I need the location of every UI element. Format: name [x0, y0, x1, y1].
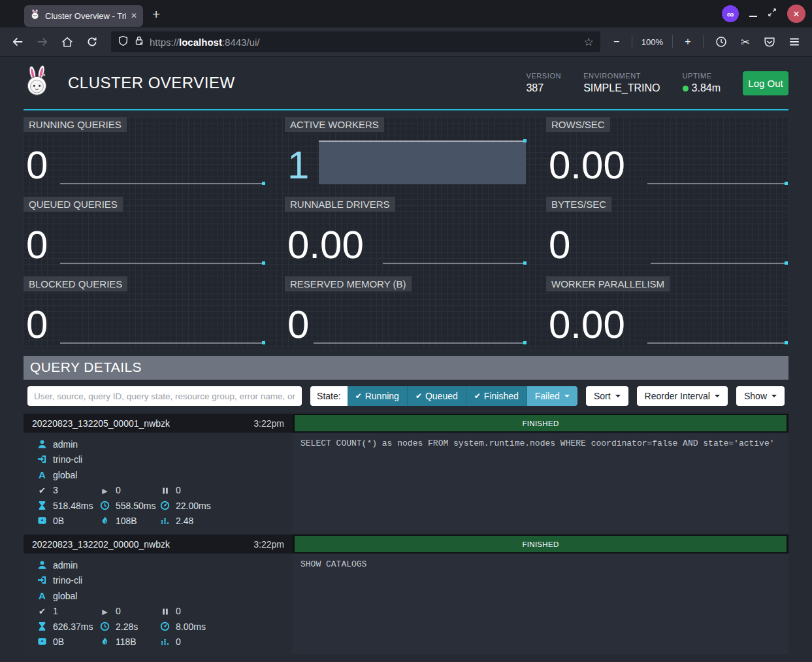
sparkline: [60, 342, 265, 344]
tile-queued-queries: QUEUED QUERIES 0: [24, 197, 266, 269]
current-memory-scale-icon: [37, 635, 48, 650]
queued-splits-icon: [159, 483, 171, 498]
query-details-title: QUERY DETAILS: [24, 356, 788, 380]
chevron-down-icon: [564, 395, 570, 397]
refresh-button[interactable]: [82, 32, 102, 52]
source-login-icon: [37, 452, 48, 467]
browser-navbar: https://localhost:8443/ui/ ☆ − 100% + ✂: [0, 27, 812, 57]
chevron-down-icon: [715, 395, 720, 397]
elapsed-time-clock-icon: [99, 620, 110, 635]
chevron-down-icon: [615, 395, 621, 397]
window-minimize-button[interactable]: [749, 8, 757, 20]
resource-group-icon: A: [37, 467, 48, 482]
show-dropdown[interactable]: Show: [736, 386, 785, 406]
pocket-icon[interactable]: [760, 32, 779, 52]
history-clock-icon[interactable]: [711, 32, 731, 52]
version-stat: VERSION 387: [526, 72, 561, 94]
zoom-out-button[interactable]: −: [609, 36, 624, 48]
trino-logo: [24, 65, 51, 101]
sort-dropdown[interactable]: Sort: [586, 386, 628, 406]
running-splits-icon: ▶: [99, 484, 110, 499]
tile-blocked-queries: BLOCKED QUERIES 0: [24, 276, 266, 348]
uptime-status-dot: [683, 86, 689, 91]
completed-splits-icon: ✔: [37, 483, 48, 498]
browser-tab-bar: Cluster Overview - Trino ✕ + ∞ ✕: [0, 0, 812, 27]
state-queued-button[interactable]: ✔Queued: [408, 386, 466, 406]
parallelism-stats-icon: [159, 635, 171, 650]
tab-title: Cluster Overview - Trino: [45, 11, 126, 21]
tile-bytes-sec: BYTES/SEC 0: [546, 197, 788, 269]
sparkline: [647, 183, 787, 184]
query-details-section: QUERY DETAILS State: ✔Running ✔Queued ✔F…: [24, 356, 788, 654]
state-running-button[interactable]: ✔Running: [348, 386, 408, 406]
query-id-link[interactable]: 20220823_132205_00001_nwbzk: [32, 418, 170, 429]
new-tab-button[interactable]: +: [152, 7, 160, 21]
check-icon: ✔: [415, 391, 422, 401]
sparkline: [383, 263, 526, 264]
forward-button[interactable]: [33, 32, 52, 52]
tile-active-workers: ACTIVE WORKERS 1: [285, 117, 527, 189]
menu-hamburger-icon[interactable]: [785, 32, 804, 52]
uptime-stat: UPTIME 3.84m: [683, 72, 721, 94]
page-header: CLUSTER OVERVIEW VERSION 387 ENVIRONMENT…: [24, 57, 788, 110]
zoom-in-button[interactable]: +: [681, 36, 695, 48]
tab-close-icon[interactable]: ✕: [131, 11, 137, 20]
query-row: 20220823_132205_00001_nwbzk 3:22pm FINIS…: [24, 414, 788, 533]
resource-group-icon: A: [37, 588, 48, 603]
query-time: 3:22pm: [253, 539, 284, 550]
reorder-interval-dropdown[interactable]: Reorder Interval: [637, 386, 728, 406]
home-button[interactable]: [57, 32, 77, 52]
query-search-input[interactable]: [27, 386, 302, 406]
state-filter-label: State:: [310, 386, 348, 406]
back-button[interactable]: [8, 32, 27, 52]
sparkline: [647, 342, 787, 344]
tile-worker-parallelism: WORKER PARALLELISM 0.00: [546, 276, 788, 348]
window-maximize-button[interactable]: [768, 8, 777, 20]
chevron-down-icon: [771, 395, 777, 397]
user-icon: [37, 558, 48, 573]
sparkline: [60, 263, 265, 264]
cumulative-memory-flame-icon: [99, 635, 110, 650]
shield-icon[interactable]: [118, 35, 129, 49]
cumulative-memory-flame-icon: [99, 514, 110, 529]
logout-button[interactable]: Log Out: [743, 71, 788, 95]
query-filter-toolbar: State: ✔Running ✔Queued ✔Finished Failed…: [24, 380, 788, 412]
trino-favicon: [30, 9, 41, 22]
zoom-level[interactable]: 100%: [640, 37, 664, 47]
queued-time-hourglass-icon: [37, 499, 48, 514]
current-memory-scale-icon: [37, 514, 48, 529]
tile-runnable-drivers: RUNNABLE DRIVERS 0.00: [285, 197, 527, 269]
window-close-button[interactable]: ✕: [787, 5, 805, 23]
query-sql-text: SELECT COUNT(*) as nodes FROM system.run…: [293, 433, 788, 533]
tile-rows-sec: ROWS/SEC 0.00: [546, 117, 788, 189]
lock-warning-icon[interactable]: [134, 35, 144, 48]
sparkline: [60, 183, 265, 184]
query-status-bar: FINISHED: [295, 415, 787, 431]
running-splits-icon: ▶: [99, 604, 110, 620]
tile-running-queries: RUNNING QUERIES 0: [24, 117, 266, 189]
cluster-stats-grid: RUNNING QUERIES 0 ACTIVE WORKERS 1 ROWS/…: [24, 117, 788, 348]
parallelism-stats-icon: [159, 514, 171, 529]
query-time: 3:22pm: [253, 418, 284, 429]
queued-time-hourglass-icon: [37, 620, 48, 635]
state-finished-button[interactable]: ✔Finished: [466, 386, 527, 406]
cpu-time-gauge-icon: [159, 499, 171, 514]
cpu-time-gauge-icon: [159, 620, 171, 635]
tile-reserved-memory: RESERVED MEMORY (B) 0: [285, 276, 527, 348]
query-id-link[interactable]: 20220823_132202_00000_nwbzk: [32, 539, 170, 550]
browser-tab[interactable]: Cluster Overview - Trino ✕: [24, 5, 143, 27]
check-icon: ✔: [474, 391, 481, 401]
sparkline: [651, 263, 787, 264]
environment-stat: ENVIRONMENT SIMPLE_TRINO: [583, 72, 660, 94]
sparkline: [314, 342, 526, 344]
completed-splits-icon: ✔: [37, 604, 48, 619]
state-failed-dropdown[interactable]: Failed: [527, 386, 577, 406]
elapsed-time-clock-icon: [99, 499, 110, 514]
url-bar[interactable]: https://localhost:8443/ui/ ☆: [111, 31, 600, 52]
screenshot-scissors-icon[interactable]: ✂: [736, 36, 755, 48]
page-title: CLUSTER OVERVIEW: [68, 74, 235, 92]
url-text: https://localhost:8443/ui/: [150, 37, 259, 48]
extension-icon[interactable]: ∞: [722, 5, 739, 22]
bookmark-star-icon[interactable]: ☆: [584, 35, 594, 49]
user-icon: [37, 437, 48, 452]
